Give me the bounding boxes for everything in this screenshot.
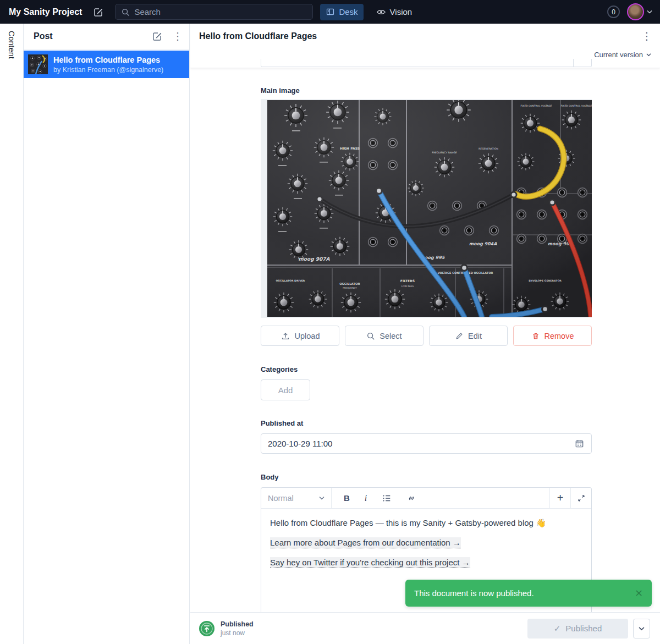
- bold-button[interactable]: B: [344, 493, 350, 503]
- synthesizer-photo: HIGH PASS FREQUENCY RANGE REGENERATION m…: [267, 100, 592, 317]
- sanity-studio-app: My Sanity Project Desk Visi: [0, 0, 660, 644]
- body-content[interactable]: Hello from Cloudflare Pages — this is my…: [261, 509, 591, 568]
- insert-block-button[interactable]: +: [549, 488, 570, 508]
- publish-status-title: Published: [221, 620, 254, 628]
- publish-menu-chevron-button[interactable]: [633, 619, 650, 639]
- link-icon[interactable]: [406, 493, 416, 503]
- field-divider: [573, 59, 574, 67]
- upload-icon: [280, 331, 290, 341]
- post-list-title: Post: [34, 31, 152, 41]
- text-style-dropdown[interactable]: Normal: [261, 488, 332, 508]
- eye-icon: [376, 7, 386, 17]
- main-image-preview[interactable]: HIGH PASS FREQUENCY RANGE REGENERATION m…: [261, 99, 592, 318]
- published-status-icon: [199, 621, 215, 636]
- edit-label: Edit: [468, 332, 482, 340]
- tab-vision[interactable]: Vision: [371, 4, 418, 20]
- post-list-header: Post ⋮: [24, 24, 189, 49]
- body-toolbar: Normal B i +: [261, 488, 591, 509]
- italic-button[interactable]: i: [365, 493, 367, 503]
- post-list-kebab-icon[interactable]: ⋮: [173, 31, 180, 42]
- publish-status-text: Published just now: [221, 620, 254, 637]
- bullet-list-icon[interactable]: [382, 493, 392, 503]
- search-input[interactable]: [134, 7, 294, 16]
- avatar[interactable]: [627, 3, 644, 20]
- post-item-title: Hello from Cloudflare Pages: [53, 56, 163, 64]
- chevron-down-icon: [646, 53, 651, 57]
- chevron-down-icon: [319, 496, 324, 500]
- expand-icon: [577, 494, 586, 503]
- content-pane-label: Content: [7, 31, 16, 59]
- add-category-button[interactable]: Add: [261, 379, 310, 400]
- publish-status-time: just now: [221, 629, 254, 637]
- version-selector[interactable]: Current version: [594, 51, 651, 59]
- top-navbar: My Sanity Project Desk Visi: [0, 0, 660, 24]
- post-item-text: Hello from Cloudflare Pages by Kristian …: [53, 56, 163, 74]
- tab-vision-label: Vision: [390, 7, 413, 16]
- post-item-subtitle: by Kristian Freeman (@signalnerve): [53, 66, 163, 74]
- upload-button[interactable]: Upload: [261, 326, 339, 346]
- version-label: Current version: [594, 51, 643, 59]
- publish-button[interactable]: ✓ Published: [527, 619, 628, 639]
- image-actions: Upload Select Edit Remove: [261, 326, 592, 346]
- document-footer: Published just now ✓ Published: [190, 612, 660, 644]
- select-label: Select: [380, 332, 402, 340]
- body-link-twitter[interactable]: Say hey on Twitter if you're checking ou…: [270, 557, 470, 568]
- desk-icon: [326, 7, 335, 16]
- published-at-field: [261, 433, 592, 454]
- tab-desk-label: Desk: [339, 7, 358, 16]
- select-button[interactable]: Select: [345, 326, 424, 346]
- chevron-down-icon: [639, 626, 645, 631]
- close-icon[interactable]: ✕: [635, 587, 643, 599]
- publish-toast: This document is now published. ✕: [405, 580, 652, 607]
- notification-badge[interactable]: 0: [607, 5, 620, 18]
- user-menu-chevron-down-icon[interactable]: [647, 10, 652, 14]
- check-icon: ✓: [554, 624, 561, 634]
- published-at-input[interactable]: [268, 439, 574, 448]
- calendar-icon[interactable]: [574, 438, 585, 449]
- remove-label: Remove: [544, 332, 574, 340]
- document-kebab-icon[interactable]: ⋮: [641, 30, 653, 42]
- scrolled-field-stub[interactable]: [261, 59, 592, 67]
- compose-icon[interactable]: [93, 7, 104, 18]
- post-list-item-selected[interactable]: Hello from Cloudflare Pages by Kristian …: [24, 51, 189, 78]
- body-label: Body: [261, 473, 279, 481]
- main-image-label: Main image: [261, 86, 300, 95]
- tab-desk[interactable]: Desk: [320, 4, 363, 20]
- expand-editor-button[interactable]: [570, 488, 591, 508]
- post-thumbnail: [28, 54, 48, 74]
- remove-button[interactable]: Remove: [513, 326, 592, 346]
- document-title: Hello from Cloudflare Pages: [199, 31, 317, 41]
- pencil-icon: [455, 332, 464, 340]
- trash-icon: [531, 332, 540, 340]
- body-link-docs[interactable]: Learn more about Pages from our document…: [270, 537, 461, 548]
- text-style-value: Normal: [268, 494, 294, 503]
- search-icon: [366, 332, 375, 340]
- format-buttons: B i: [332, 488, 549, 508]
- document-editor-panel: Hello from Cloudflare Pages ⋮ Current ve…: [190, 24, 660, 644]
- body-paragraph: Hello from Cloudflare Pages — this is my…: [270, 517, 582, 529]
- post-list-panel: Post ⋮: [24, 24, 190, 644]
- toast-message: This document is now published.: [414, 588, 635, 598]
- project-title: My Sanity Project: [9, 7, 82, 17]
- content-pane-tab[interactable]: Content: [0, 24, 24, 644]
- edit-button[interactable]: Edit: [429, 326, 508, 346]
- new-document-icon[interactable]: [152, 31, 163, 42]
- categories-label: Categories: [261, 365, 298, 373]
- publish-button-label: Published: [565, 624, 602, 633]
- publish-status[interactable]: Published just now: [199, 620, 254, 637]
- global-search[interactable]: [115, 4, 313, 20]
- search-icon: [121, 8, 130, 16]
- upload-label: Upload: [295, 332, 320, 340]
- published-at-label: Published at: [261, 419, 303, 427]
